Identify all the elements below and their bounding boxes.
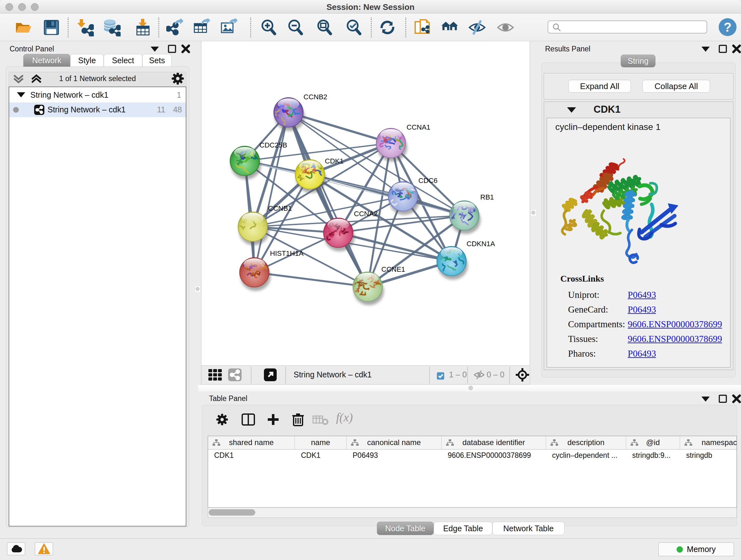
svg-text:HIST1H1A: HIST1H1A — [270, 249, 304, 257]
svg-text:CCNB2: CCNB2 — [304, 93, 327, 101]
svg-text:CDC25B: CDC25B — [259, 141, 287, 149]
svg-text:CDC6: CDC6 — [418, 177, 437, 185]
svg-text:CDK1: CDK1 — [325, 157, 344, 165]
svg-text:CCNA1: CCNA1 — [407, 123, 430, 131]
svg-text:CCNA2: CCNA2 — [354, 210, 378, 218]
svg-text:CCNE1: CCNE1 — [381, 265, 405, 273]
svg-text:CDKN1A: CDKN1A — [467, 240, 495, 248]
svg-text:CCNB1: CCNB1 — [268, 204, 292, 212]
svg-text:RB1: RB1 — [480, 193, 494, 201]
